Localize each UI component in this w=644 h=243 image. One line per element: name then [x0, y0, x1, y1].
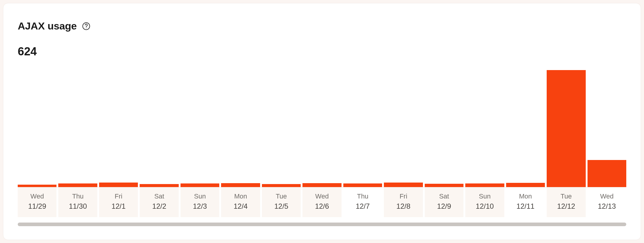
x-tick: Wed12/13: [588, 187, 626, 217]
bar-col[interactable]: [343, 67, 382, 187]
bar[interactable]: [140, 184, 178, 187]
x-tick: Sat12/2: [140, 187, 178, 217]
x-tick-date: 11/29: [18, 201, 56, 212]
bar-col[interactable]: [588, 67, 626, 187]
bar-col[interactable]: [99, 67, 138, 187]
x-tick: Wed12/6: [302, 187, 341, 217]
bar[interactable]: [58, 183, 97, 187]
x-tick-dow: Fri: [384, 192, 423, 201]
x-tick: Tue12/5: [262, 187, 301, 217]
x-tick-dow: Wed: [588, 192, 626, 201]
x-tick-dow: Wed: [302, 192, 341, 201]
x-tick: Mon12/4: [221, 187, 260, 217]
bar-col[interactable]: [547, 67, 585, 187]
bar[interactable]: [425, 184, 463, 187]
bar-col[interactable]: [425, 67, 463, 187]
x-tick: Fri12/1: [99, 187, 138, 217]
scrollbar-thumb[interactable]: [18, 223, 626, 226]
x-tick: Wed11/29: [18, 187, 56, 217]
bar-col[interactable]: [140, 67, 178, 187]
x-tick-dow: Wed: [18, 192, 56, 201]
chart-header: AJAX usage: [18, 20, 626, 32]
x-tick-dow: Tue: [547, 192, 585, 201]
x-tick-date: 12/11: [506, 201, 545, 212]
bar[interactable]: [343, 183, 382, 187]
x-tick-dow: Thu: [58, 192, 97, 201]
x-tick: Thu11/30: [58, 187, 97, 217]
bar[interactable]: [18, 185, 56, 187]
svg-point-1: [86, 28, 87, 28]
x-tick-date: 12/5: [262, 201, 301, 212]
x-tick-date: 12/3: [181, 201, 219, 212]
bar-col[interactable]: [506, 67, 545, 187]
help-icon[interactable]: [82, 22, 90, 30]
chart-title: AJAX usage: [18, 20, 77, 32]
bar-col[interactable]: [18, 67, 56, 187]
chart-total: 624: [18, 45, 626, 58]
x-tick-dow: Thu: [343, 192, 382, 201]
x-tick-dow: Sun: [181, 192, 219, 201]
x-tick-date: 12/6: [302, 201, 341, 212]
bar[interactable]: [221, 183, 260, 187]
x-tick-date: 12/13: [588, 201, 626, 212]
x-tick-date: 11/30: [58, 201, 97, 212]
bar[interactable]: [506, 183, 545, 187]
x-tick-date: 12/8: [384, 201, 423, 212]
bar-col[interactable]: [181, 67, 219, 187]
x-tick: Mon12/11: [506, 187, 545, 217]
bar-col[interactable]: [384, 67, 423, 187]
x-tick-dow: Sun: [465, 192, 504, 201]
bar-col[interactable]: [262, 67, 301, 187]
bar[interactable]: [465, 183, 504, 187]
bar-col[interactable]: [302, 67, 341, 187]
bar-col[interactable]: [465, 67, 504, 187]
x-tick-date: 12/9: [425, 201, 463, 212]
x-tick-dow: Fri: [99, 192, 138, 201]
x-tick-date: 12/7: [343, 201, 382, 212]
x-tick: Fri12/8: [384, 187, 423, 217]
x-tick-date: 12/4: [221, 201, 260, 212]
bar[interactable]: [547, 70, 585, 187]
x-tick: Sun12/10: [465, 187, 504, 217]
x-tick-date: 12/10: [465, 201, 504, 212]
x-axis-labels: Wed11/29Thu11/30Fri12/1Sat12/2Sun12/3Mon…: [18, 187, 626, 217]
bar[interactable]: [588, 160, 626, 187]
x-tick-dow: Sat: [140, 192, 178, 201]
x-tick: Tue12/12: [547, 187, 585, 217]
x-tick: Thu12/7: [343, 187, 382, 217]
x-tick: Sun12/3: [181, 187, 219, 217]
x-tick-date: 12/2: [140, 201, 178, 212]
bar[interactable]: [384, 183, 423, 187]
bar-chart: Wed11/29Thu11/30Fri12/1Sat12/2Sun12/3Mon…: [18, 67, 626, 226]
x-tick-date: 12/12: [547, 201, 585, 212]
bar[interactable]: [262, 184, 301, 187]
x-tick-dow: Mon: [506, 192, 545, 201]
bar-col[interactable]: [221, 67, 260, 187]
bar[interactable]: [302, 183, 341, 187]
bar-col[interactable]: [58, 67, 97, 187]
x-tick-dow: Mon: [221, 192, 260, 201]
bars-row: [18, 67, 626, 187]
chart-card: AJAX usage 624 Wed11/29Thu11/30Fri12/1Sa…: [3, 3, 641, 240]
x-tick-dow: Tue: [262, 192, 301, 201]
x-tick-dow: Sat: [425, 192, 463, 201]
bar[interactable]: [181, 183, 219, 187]
horizontal-scrollbar[interactable]: [18, 223, 626, 226]
x-tick: Sat12/9: [425, 187, 463, 217]
x-tick-date: 12/1: [99, 201, 138, 212]
bar[interactable]: [99, 183, 138, 187]
